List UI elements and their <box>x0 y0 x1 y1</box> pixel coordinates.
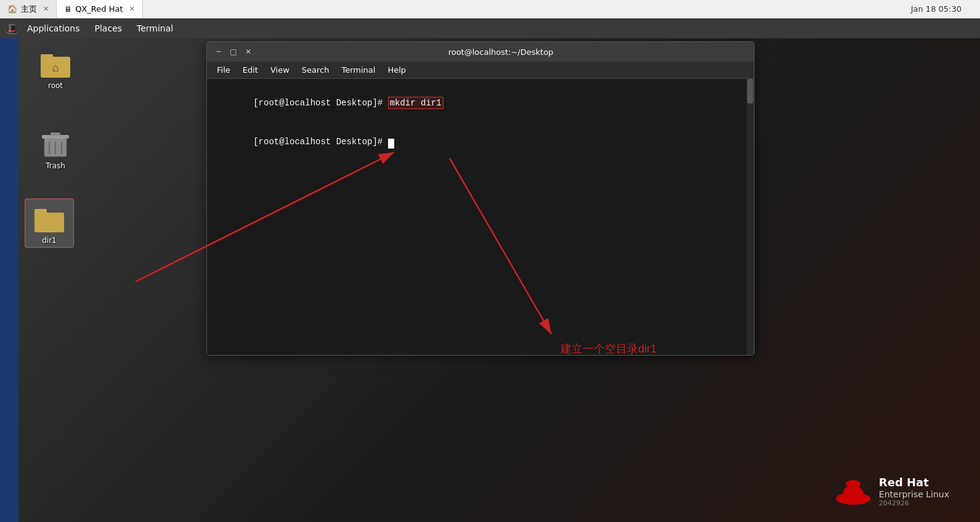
svg-rect-1 <box>41 54 53 59</box>
tab-terminal-close[interactable]: ✕ <box>129 5 135 13</box>
terminal-menu-edit[interactable]: Edit <box>238 64 263 76</box>
desktop-icon-trash[interactable]: Trash <box>31 124 80 173</box>
terminal-cursor <box>388 139 394 149</box>
redhat-logo: Red Hat Enterprise Linux 2042926 <box>835 473 949 510</box>
tab-home-label: 主页 <box>21 4 37 15</box>
appbar-terminal[interactable]: Terminal <box>131 21 179 36</box>
svg-rect-5 <box>51 133 60 136</box>
appbar-applications[interactable]: Applications <box>21 21 86 36</box>
terminal-menu-file[interactable]: File <box>212 64 235 76</box>
taskbar-time: Jan 18 05:30 <box>911 4 962 14</box>
svg-text:⌂: ⌂ <box>52 61 59 74</box>
redhat-hat-icon <box>835 473 872 510</box>
redhat-version: 2042926 <box>879 499 949 507</box>
root-folder-icon: ⌂ <box>39 47 71 79</box>
terminal-title: root@localhost:~/Desktop <box>254 47 748 57</box>
redhat-subtitle: Enterprise Linux <box>879 489 949 499</box>
terminal-buttons: ─ □ ✕ <box>213 46 254 57</box>
desktop: ⌂ root Trash dir1 <box>0 38 980 522</box>
svg-point-16 <box>846 480 861 487</box>
root-icon-label: root <box>48 81 63 90</box>
terminal-prompt-1: [root@localhost Desktop]# <box>253 98 387 108</box>
terminal-menu-terminal[interactable]: Terminal <box>336 64 380 76</box>
desktop-icon-root[interactable]: ⌂ root <box>31 44 80 92</box>
dir1-folder-icon <box>33 202 65 234</box>
desktop-icon-dir1[interactable]: dir1 <box>25 198 74 248</box>
terminal-menu-view[interactable]: View <box>265 64 294 76</box>
terminal-menu-search[interactable]: Search <box>297 64 334 76</box>
redhat-text-block: Red Hat Enterprise Linux 2042926 <box>879 475 949 507</box>
dir1-icon-label: dir1 <box>42 236 57 245</box>
appbar-places[interactable]: Places <box>89 21 129 36</box>
terminal-prompt-2: [root@localhost Desktop]# <box>253 137 387 147</box>
tab-home[interactable]: 🏠 主页 ✕ <box>0 0 57 18</box>
terminal-minimize-button[interactable]: ─ <box>213 46 224 57</box>
terminal-scroll-thumb[interactable] <box>747 79 753 104</box>
svg-rect-11 <box>34 213 64 232</box>
terminal-line-2: [root@localhost Desktop]# <box>212 123 749 161</box>
appbar: 🎩 Applications Places Terminal <box>0 18 980 38</box>
trash-icon-label: Trash <box>46 161 65 170</box>
terminal-menu-help[interactable]: Help <box>383 64 411 76</box>
redhat-icon: 🎩 <box>5 22 18 35</box>
terminal-line-1: [root@localhost Desktop]# mkdir dir1 <box>212 84 749 123</box>
terminal-menubar: File Edit View Search Terminal Help <box>207 62 754 79</box>
trash-icon <box>39 127 71 159</box>
tab-home-close[interactable]: ✕ <box>43 5 49 13</box>
sidebar <box>0 38 18 522</box>
tab-terminal[interactable]: 🖥 QX_Red Hat ✕ <box>57 0 143 18</box>
terminal-close-button[interactable]: ✕ <box>243 46 254 57</box>
terminal-maximize-button[interactable]: □ <box>228 46 239 57</box>
taskbar: 🏠 主页 ✕ 🖥 QX_Red Hat ✕ Jan 18 05:30 <box>0 0 980 18</box>
terminal-titlebar: ─ □ ✕ root@localhost:~/Desktop <box>207 42 754 62</box>
tab-terminal-label: QX_Red Hat <box>75 4 123 14</box>
terminal-tab-icon: 🖥 <box>64 5 71 14</box>
taskbar-tabs: 🏠 主页 ✕ 🖥 QX_Red Hat ✕ <box>0 0 143 18</box>
terminal-scrollbar[interactable] <box>747 79 754 355</box>
home-icon: 🏠 <box>7 4 17 14</box>
terminal-body[interactable]: [root@localhost Desktop]# mkdir dir1 [ro… <box>207 79 754 355</box>
terminal-window: ─ □ ✕ root@localhost:~/Desktop File Edit… <box>206 41 755 356</box>
terminal-command-1: mkdir dir1 <box>388 97 443 109</box>
redhat-title: Red Hat <box>879 475 949 489</box>
